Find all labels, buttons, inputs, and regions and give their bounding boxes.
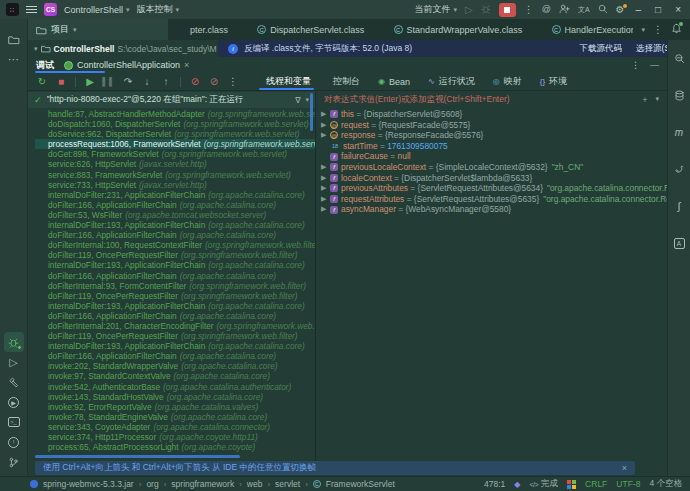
stack-frame[interactable]: internalDoFilter:231, ApplicationFilterC… — [28, 190, 315, 200]
editor-tab[interactable]: C StandardWrapperValve.class × — [385, 19, 543, 40]
expand-chevron-icon[interactable]: ▶ — [321, 162, 330, 173]
run-button[interactable]: ▷ — [465, 5, 473, 15]
tab-options-icon[interactable]: ⋮ — [653, 25, 663, 35]
stack-frame[interactable]: doFilter:119, OncePerRequestFilter(org.s… — [28, 250, 315, 260]
variable-row[interactable]: ▶ f requestAttributes {ServletRequestAtt… — [316, 194, 667, 205]
build-tool-icon[interactable] — [4, 372, 24, 392]
stop-process-icon[interactable]: ■ — [54, 77, 68, 87]
stack-frame[interactable]: doFilter:119, OncePerRequestFilter(org.s… — [28, 291, 315, 301]
expand-chevron-icon[interactable]: ▶ — [321, 109, 330, 120]
indent-widget[interactable]: 4 个空格 — [649, 478, 682, 490]
add-watch-icon[interactable]: + — [642, 95, 647, 105]
stack-frame[interactable]: doDispatch:1060, DispatcherServlet(org.s… — [28, 119, 315, 129]
problems-tool-icon[interactable]: ! — [4, 432, 24, 452]
stack-frame[interactable]: internalDoFilter:193, ApplicationFilterC… — [28, 260, 315, 270]
debug-view-tab[interactable]: ◎ 映射 — [484, 73, 531, 90]
resume-icon[interactable]: ▶ — [83, 77, 97, 87]
stack-frame[interactable]: doFilter:53, WsFilter(org.apache.tomcat.… — [28, 210, 315, 220]
stack-frame[interactable]: doFilter:119, OncePerRequestFilter(org.s… — [28, 331, 315, 341]
project-selector[interactable]: ControllerShell▾ — [64, 5, 130, 15]
stack-frame[interactable]: internalDoFilter:193, ApplicationFilterC… — [28, 220, 315, 230]
variable-row[interactable]: ▶ f failureCause null — [316, 151, 667, 162]
stack-frame[interactable]: invoke:92, ErrorReportValve(org.apache.c… — [28, 402, 315, 412]
expand-chevron-icon[interactable]: ▶ — [321, 183, 330, 194]
stack-frame[interactable]: handle:87, AbstractHandlerMethodAdapter(… — [28, 109, 315, 119]
stack-frame[interactable]: doService:962, DispatcherServlet(org.spr… — [28, 129, 315, 139]
variable-row[interactable]: ▶ @ response {ResponseFacade@5576} — [316, 130, 667, 141]
notifications-bell-icon[interactable] — [671, 23, 682, 36]
step-out-icon[interactable]: ↑ — [159, 77, 173, 87]
project-tool-icon[interactable] — [4, 29, 24, 49]
variable-row[interactable]: ▶ f previousLocaleContext {SimpleLocaleC… — [316, 162, 667, 173]
rerun-icon[interactable]: ↻ — [35, 77, 49, 87]
stack-frame[interactable]: doFilter:166, ApplicationFilterChain(org… — [28, 311, 315, 321]
toolbar-more-icon[interactable]: ⋮ — [226, 77, 240, 87]
stack-frame[interactable]: invoke:97, StandardContextValve(org.apac… — [28, 371, 315, 381]
tab-scroll-indicator[interactable] — [35, 71, 105, 73]
pause-icon[interactable]: ▌▌ — [102, 78, 116, 86]
debug-window-hide-icon[interactable]: — — [650, 60, 659, 70]
view-breakpoints-icon[interactable]: ⊘ — [188, 77, 202, 87]
editor-tab[interactable]: C HandlerExecutionChain.class × — [543, 19, 634, 40]
variable-row[interactable]: ▶ @ request {RequestFacade@5575} — [316, 120, 667, 131]
more-tools-icon[interactable]: ⋯ — [4, 49, 24, 69]
stack-frame[interactable]: invoke:143, StandardHostValve(org.apache… — [28, 392, 315, 402]
variable-row[interactable]: ▶ f this {DispatcherServlet@5608} — [316, 109, 667, 120]
stack-frame[interactable]: service:883, FrameworkServlet(org.spring… — [28, 170, 315, 180]
gradle-icon[interactable] — [669, 159, 689, 179]
add-user-icon[interactable] — [559, 4, 570, 16]
stack-frame[interactable]: doFilterInternal:100, RequestContextFilt… — [28, 240, 315, 250]
stop-button[interactable] — [499, 3, 516, 17]
plugin-grid-icon[interactable] — [567, 480, 576, 489]
stack-frame[interactable]: service:733, HttpServlet(javax.servlet.h… — [28, 180, 315, 190]
stack-frame[interactable]: internalDoFilter:193, ApplicationFilterC… — [28, 301, 315, 311]
close-button[interactable]: × — [672, 4, 684, 15]
tree-expand-icon[interactable]: ▾ — [34, 45, 38, 53]
vcs-selector[interactable]: 版本控制▾ — [137, 3, 180, 16]
download-sources-link[interactable]: 下载源代码 — [580, 43, 623, 55]
thread-dropdown-icon[interactable]: ▾ — [305, 96, 309, 104]
maximize-button[interactable]: □ — [652, 4, 664, 15]
variable-row[interactable]: ▶ f localeContext {DispatcherServlet$lam… — [316, 173, 667, 184]
stack-frame[interactable]: doFilter:166, ApplicationFilterChain(org… — [28, 351, 315, 361]
stack-frame[interactable]: service:374, Http11Processor(org.apache.… — [28, 432, 315, 442]
debug-view-tab[interactable]: ∿ 运行状况 — [419, 73, 484, 90]
encoding-widget[interactable]: UTF-8 — [616, 479, 640, 489]
tip-close-icon[interactable]: × — [622, 463, 627, 473]
stack-frame[interactable]: doFilterInternal:93, FormContentFilter(o… — [28, 281, 315, 291]
stack-frame[interactable]: invoke:202, StandardWrapperValve(org.apa… — [28, 361, 315, 371]
debug-view-tab[interactable]: ◉ Bean — [369, 73, 419, 90]
translate-icon[interactable]: 文A — [578, 5, 590, 15]
more-actions-icon[interactable]: ⋮ — [524, 5, 534, 15]
stack-frame[interactable]: invoke:542, AuthenticatorBase(org.apache… — [28, 382, 315, 392]
eval-dropdown-icon[interactable]: ▾ — [655, 95, 659, 105]
editor-tab[interactable]: C DispatcherServlet.class × — [248, 19, 384, 40]
vertical-scrollbar[interactable] — [310, 93, 313, 131]
profiler-icon[interactable] — [669, 48, 689, 68]
filter-funnel-icon[interactable]: ∇ — [295, 96, 300, 105]
run-tool-icon[interactable]: ▷ — [4, 352, 24, 372]
debug-tool-icon[interactable] — [4, 332, 24, 352]
debug-window-options-icon[interactable]: ⋮ — [631, 60, 640, 70]
breadcrumb-item[interactable]: servlet — [275, 479, 300, 489]
expand-chevron-icon[interactable]: ▶ — [321, 130, 330, 141]
step-over-icon[interactable]: ↷ — [121, 77, 135, 87]
expand-chevron-icon[interactable]: ▶ — [321, 173, 330, 184]
hidden-tabs-icon[interactable]: ▾ — [641, 26, 645, 34]
stack-frame[interactable]: doGet:898, FrameworkServlet(org.springfr… — [28, 149, 315, 159]
thread-selector[interactable]: ✓ "http-nio-8080-exec-2"@5,220 在组"main":… — [28, 92, 315, 108]
stack-frame[interactable]: invoke:78, StandardEngineValve(org.apach… — [28, 412, 315, 422]
stack-frame[interactable]: doFilter:166, ApplicationFilterChain(org… — [28, 200, 315, 210]
variable-row[interactable]: ▶ f asyncManager {WebAsyncManager@5580} — [316, 204, 667, 215]
evaluate-expression-input[interactable]: 对表达式求值(Enter)或添加监视(Ctrl+Shift+Enter) — [324, 94, 510, 106]
completion-widget[interactable]: </> 完成 — [529, 478, 558, 490]
stack-frame[interactable]: service:626, HttpServlet(javax.servlet.h… — [28, 159, 315, 169]
mute-breakpoints-icon[interactable]: ⊘ — [207, 77, 221, 87]
debug-session-tab[interactable]: ControllerShellApplication × — [64, 60, 189, 70]
expand-chevron-icon[interactable]: ▶ — [321, 204, 330, 215]
terminal-tool-icon[interactable]: >_ — [4, 412, 24, 432]
debug-view-tab[interactable]: {} 环境 — [531, 73, 576, 90]
debug-view-tab[interactable]: 线程和变量 — [253, 73, 320, 90]
version-control-tool-icon[interactable] — [4, 452, 24, 472]
caret-position[interactable]: 478:1 — [484, 479, 505, 489]
